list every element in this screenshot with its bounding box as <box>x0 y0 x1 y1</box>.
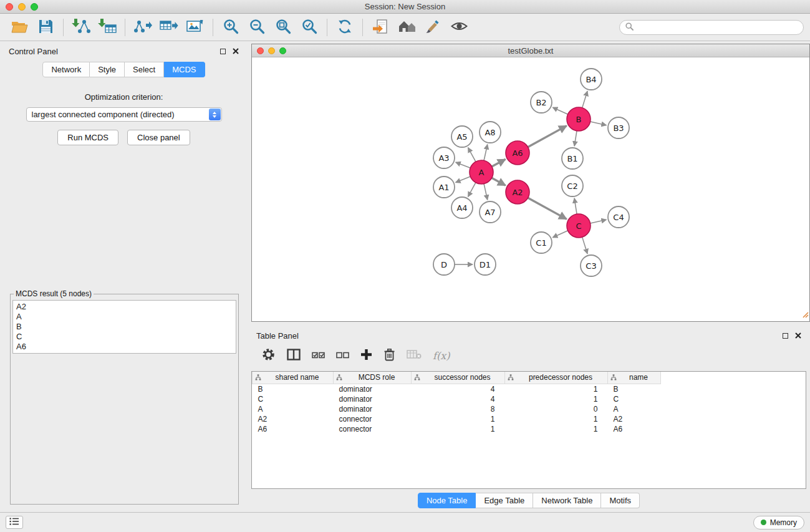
network-edge[interactable] <box>582 237 587 254</box>
network-edge[interactable] <box>582 91 587 108</box>
zoom-window-button[interactable] <box>31 3 38 11</box>
network-edge[interactable] <box>492 178 506 185</box>
network-edge[interactable] <box>528 126 567 147</box>
float-table-panel-icon[interactable] <box>783 333 788 339</box>
show-columns-button[interactable] <box>287 349 301 362</box>
network-node[interactable]: C <box>567 214 591 238</box>
zoom-fit-button[interactable] <box>270 16 296 39</box>
network-edge[interactable] <box>456 162 471 168</box>
import-table-button[interactable] <box>94 16 120 39</box>
mcds-result-list[interactable]: A2ABCA6 <box>12 300 236 354</box>
network-node[interactable]: B4 <box>581 69 602 90</box>
network-edge[interactable] <box>468 183 476 197</box>
table-row[interactable]: Adominator80A <box>253 404 661 414</box>
network-node[interactable]: A3 <box>433 147 455 168</box>
column-header-name[interactable]: name <box>608 372 661 384</box>
network-edge[interactable] <box>484 145 488 161</box>
network-node[interactable]: A6 <box>506 141 529 165</box>
network-edge[interactable] <box>492 159 506 167</box>
resize-grip[interactable] <box>801 309 809 321</box>
export-network-button[interactable] <box>130 16 156 39</box>
network-node[interactable]: B1 <box>562 148 583 169</box>
deselect-all-button[interactable] <box>336 351 349 361</box>
optimization-dropdown[interactable]: largest connected component (directed) <box>26 107 222 122</box>
network-edge[interactable] <box>574 198 577 214</box>
close-table-panel-icon[interactable] <box>795 331 801 341</box>
network-node[interactable]: A2 <box>506 180 529 204</box>
column-header-mcds-role[interactable]: MCDS role <box>334 372 412 384</box>
run-mcds-button[interactable]: Run MCDS <box>57 130 118 145</box>
float-panel-icon[interactable] <box>220 49 226 54</box>
function-builder-button[interactable]: f(x) <box>433 350 450 362</box>
minimize-window-button[interactable] <box>18 3 26 11</box>
delete-column-button[interactable] <box>383 348 395 363</box>
network-edge[interactable] <box>484 184 488 200</box>
table-row[interactable]: A6connector11A6 <box>253 423 661 433</box>
network-edge[interactable] <box>456 177 471 183</box>
table-settings-button[interactable] <box>261 347 276 364</box>
zoom-selected-button[interactable] <box>296 16 322 39</box>
close-panel-button[interactable]: Close panel <box>127 130 190 145</box>
tab-node-table[interactable]: Node Table <box>418 493 476 508</box>
column-header-predecessor-nodes[interactable]: predecessor nodes <box>505 372 608 384</box>
tab-network-table[interactable]: Network Table <box>533 493 601 508</box>
network-edge[interactable] <box>591 220 607 223</box>
network-node[interactable]: A5 <box>451 126 473 147</box>
tab-edge-table[interactable]: Edge Table <box>476 493 533 508</box>
delete-table-button[interactable] <box>407 349 422 362</box>
open-network-file-button[interactable] <box>367 16 393 39</box>
network-zoom-button[interactable] <box>279 47 286 54</box>
import-network-button[interactable] <box>68 16 94 39</box>
zoom-out-button[interactable] <box>244 16 270 39</box>
search-input[interactable] <box>637 22 798 32</box>
network-node[interactable]: A1 <box>433 177 455 198</box>
network-node[interactable]: A4 <box>451 197 473 218</box>
network-node[interactable]: D1 <box>475 254 496 275</box>
network-node[interactable]: B3 <box>608 117 629 138</box>
network-minimize-button[interactable] <box>268 47 275 54</box>
tab-network[interactable]: Network <box>42 62 90 77</box>
tab-style[interactable]: Style <box>90 62 125 77</box>
paintbrush-button[interactable] <box>420 16 446 39</box>
network-node[interactable]: A7 <box>480 201 501 223</box>
toggle-view-button[interactable] <box>446 16 472 39</box>
result-item[interactable]: B <box>16 322 233 332</box>
tab-mcds[interactable]: MCDS <box>164 62 205 77</box>
column-header-shared-name[interactable]: shared name <box>253 372 334 384</box>
network-canvas[interactable]: AA1A2A3A4A5A6A7A8BB1B2B3B4CC1C2C3C4DD1 <box>252 57 809 321</box>
network-node[interactable]: C3 <box>581 255 602 276</box>
search-field[interactable] <box>619 20 804 35</box>
network-edge[interactable] <box>468 148 476 162</box>
column-header-successor-nodes[interactable]: successor nodes <box>412 372 505 384</box>
network-node[interactable]: A <box>470 160 493 184</box>
task-history-button[interactable] <box>6 516 23 529</box>
result-item[interactable]: A2 <box>16 302 233 312</box>
network-node[interactable]: C4 <box>608 206 629 228</box>
result-item[interactable]: A <box>16 312 233 322</box>
table-row[interactable]: Cdominator41C <box>253 394 661 404</box>
network-edge[interactable] <box>552 107 567 114</box>
tab-select[interactable]: Select <box>125 62 164 77</box>
add-column-button[interactable] <box>360 349 372 362</box>
zoom-in-button[interactable] <box>218 16 244 39</box>
memory-button[interactable]: Memory <box>753 516 804 530</box>
select-all-button[interactable] <box>312 351 325 361</box>
network-node[interactable]: C2 <box>562 175 583 196</box>
table-row[interactable]: Bdominator41B <box>253 384 661 394</box>
network-close-button[interactable] <box>257 47 264 54</box>
network-node[interactable]: B <box>567 107 591 131</box>
close-panel-icon[interactable] <box>233 47 239 56</box>
refresh-button[interactable] <box>332 16 358 39</box>
close-window-button[interactable] <box>6 3 13 11</box>
network-window-titlebar[interactable]: testGlobe.txt <box>252 44 809 57</box>
export-table-button[interactable] <box>156 16 182 39</box>
network-edge[interactable] <box>574 131 577 146</box>
network-node[interactable]: C1 <box>531 232 552 253</box>
open-session-button[interactable] <box>6 16 32 39</box>
network-node[interactable]: B2 <box>531 92 552 113</box>
save-session-button[interactable] <box>32 16 59 39</box>
result-item[interactable]: C <box>16 332 233 342</box>
result-item[interactable]: A6 <box>16 342 233 352</box>
network-node[interactable]: A8 <box>480 122 501 143</box>
table-row[interactable]: A2connector11A2 <box>253 414 661 423</box>
